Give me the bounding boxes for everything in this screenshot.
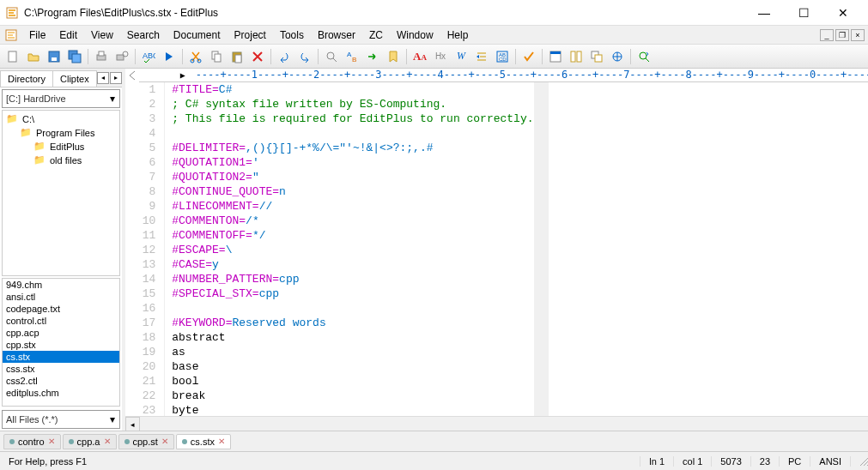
tree-node[interactable]: old files — [4, 154, 118, 167]
delete-button[interactable] — [248, 47, 267, 66]
file-item[interactable]: editplus.chm — [3, 387, 119, 399]
sidebar-toggle-icon[interactable] — [125, 69, 139, 82]
tree-label: Program Files — [36, 128, 94, 138]
tree-node[interactable]: EditPlus — [4, 140, 118, 154]
save-button[interactable] — [45, 47, 64, 66]
indent-button[interactable] — [472, 47, 491, 66]
spellcheck-button[interactable]: ABC — [139, 47, 158, 66]
svg-rect-4 — [52, 57, 57, 61]
goto-button[interactable] — [363, 47, 382, 66]
menu-document[interactable]: Document — [167, 27, 228, 43]
bookmark-button[interactable] — [384, 47, 403, 66]
doc-tab-label: cpp.st — [133, 437, 158, 447]
menu-browser[interactable]: Browser — [311, 27, 362, 43]
file-filter[interactable]: All Files (*.*) ▾ — [2, 410, 120, 429]
hscroll-left[interactable]: ◂ — [125, 417, 140, 431]
code-content[interactable]: #TITLE=C#; C# syntax file written by ES-… — [165, 82, 533, 416]
svg-rect-26 — [571, 51, 575, 62]
toolbar: ABC AB AA Hx W ABCD — [0, 45, 868, 69]
file-item[interactable]: codepage.txt — [3, 303, 119, 315]
status-chars: 5073 — [712, 456, 750, 467]
tab-scroll-left[interactable]: ◂ — [97, 72, 109, 84]
file-item[interactable]: 949.chm — [3, 279, 119, 291]
svg-rect-8 — [99, 51, 104, 56]
file-item[interactable]: css2.ctl — [3, 375, 119, 387]
maximize-button[interactable]: ☐ — [784, 0, 823, 26]
hscroll-track[interactable] — [140, 417, 868, 431]
browser2-button[interactable] — [608, 47, 627, 66]
doc-tab[interactable]: cs.stx✕ — [176, 434, 231, 449]
menu-project[interactable]: Project — [228, 27, 273, 43]
tree-node[interactable]: Program Files — [4, 126, 118, 140]
doc-icon — [124, 439, 130, 444]
mdi-close-button[interactable]: × — [851, 29, 865, 41]
cliptext-tab[interactable]: Cliptex — [52, 70, 97, 87]
mdi-restore-button[interactable]: ❐ — [835, 29, 849, 41]
redo-button[interactable] — [295, 47, 314, 66]
folder-icon — [33, 154, 47, 166]
file-list[interactable]: 949.chmansi.ctlcodepage.txtcontrol.ctlcp… — [2, 278, 120, 407]
copy-button[interactable] — [207, 47, 226, 66]
paste-button[interactable] — [228, 47, 246, 66]
new-file-button[interactable] — [3, 47, 22, 66]
menu-zc[interactable]: ZC — [362, 27, 390, 43]
font-button[interactable]: AA — [410, 47, 429, 66]
file-item[interactable]: ansi.ctl — [3, 291, 119, 303]
wordwrap-button[interactable]: W — [452, 47, 470, 66]
menu-window[interactable]: Window — [390, 27, 440, 43]
file-item[interactable]: css.stx — [3, 363, 119, 375]
browser-button[interactable] — [546, 47, 565, 66]
hex-button[interactable]: Hx — [431, 47, 450, 66]
app-icon — [5, 6, 19, 20]
filter-dropdown-icon[interactable]: ▾ — [106, 413, 119, 425]
vertical-scrollbar[interactable] — [534, 82, 549, 416]
tree-node[interactable]: C:\ — [4, 112, 118, 126]
code-editor[interactable]: 1234567891011121314151617181920212223242… — [125, 82, 868, 416]
menu-help[interactable]: Help — [440, 27, 476, 43]
open-file-button[interactable] — [24, 47, 43, 66]
menu-view[interactable]: View — [84, 27, 120, 43]
drive-dropdown-icon[interactable]: ▾ — [106, 93, 119, 105]
replace-button[interactable]: AB — [343, 47, 361, 66]
close-button[interactable]: ✕ — [823, 0, 863, 26]
minimize-button[interactable]: — — [744, 0, 784, 26]
doc-icon — [69, 439, 74, 444]
folder-icon — [33, 141, 47, 153]
save-all-button[interactable] — [65, 47, 84, 66]
refresh-button[interactable] — [634, 47, 653, 66]
file-item[interactable]: cpp.stx — [3, 339, 119, 351]
check-button[interactable] — [519, 47, 538, 66]
svg-rect-9 — [117, 55, 124, 60]
tab-scroll-right[interactable]: ▸ — [110, 72, 122, 84]
close-tab-icon[interactable]: ✕ — [104, 437, 111, 446]
folder-tree[interactable]: C:\Program FilesEditPlusold files — [2, 110, 120, 276]
close-tab-icon[interactable]: ✕ — [48, 437, 55, 446]
drive-selector[interactable]: [C:] HardDrive ▾ — [2, 89, 120, 108]
doc-tab[interactable]: cpp.a✕ — [63, 434, 117, 449]
menu-file[interactable]: File — [22, 27, 52, 43]
svg-rect-15 — [215, 54, 221, 62]
undo-button[interactable] — [275, 47, 294, 66]
print-preview-button[interactable] — [112, 47, 131, 66]
cut-button[interactable] — [186, 47, 205, 66]
cascade-button[interactable] — [587, 47, 606, 66]
tile-button[interactable] — [567, 47, 586, 66]
find-button[interactable] — [322, 47, 341, 66]
column-button[interactable]: ABCD — [493, 47, 512, 66]
doc-tab[interactable]: contro✕ — [3, 434, 61, 449]
mdi-minimize-button[interactable]: _ — [820, 29, 834, 41]
menu-edit[interactable]: Edit — [52, 27, 84, 43]
menu-search[interactable]: Search — [120, 27, 167, 43]
close-tab-icon[interactable]: ✕ — [218, 437, 225, 446]
doc-tab[interactable]: cpp.st✕ — [118, 434, 174, 449]
menu-tools[interactable]: Tools — [273, 27, 311, 43]
run-button[interactable] — [160, 47, 179, 66]
close-tab-icon[interactable]: ✕ — [161, 437, 168, 446]
file-item[interactable]: cpp.acp — [3, 327, 119, 339]
directory-tab[interactable]: Directory — [0, 70, 53, 87]
doc-tab-label: cpp.a — [77, 437, 100, 447]
print-button[interactable] — [92, 47, 111, 66]
resize-grip[interactable] — [851, 456, 868, 467]
file-item[interactable]: cs.stx — [3, 351, 119, 363]
file-item[interactable]: control.ctl — [3, 315, 119, 327]
